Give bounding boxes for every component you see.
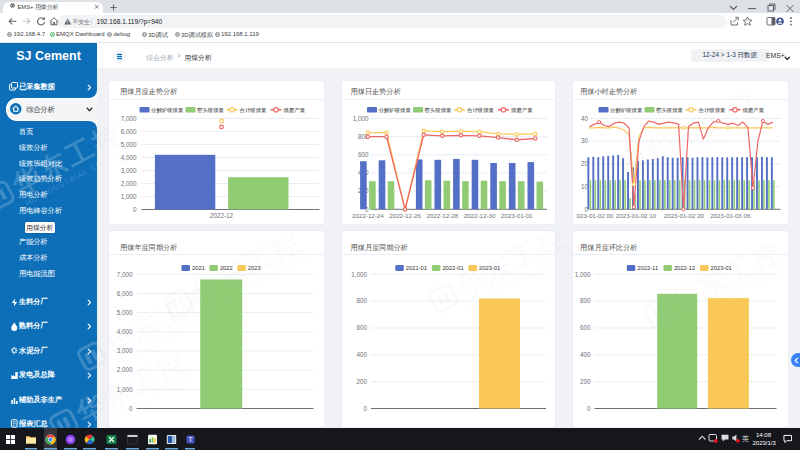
svg-text:T: T xyxy=(189,436,193,443)
svg-text:英: 英 xyxy=(742,435,749,443)
